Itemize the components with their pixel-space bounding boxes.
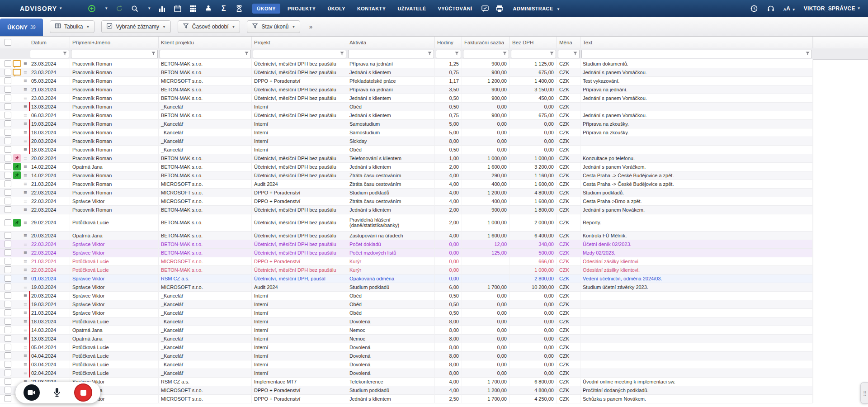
row-menu-cell[interactable]: ≡ — [22, 351, 29, 360]
row-checkbox[interactable] — [5, 395, 11, 402]
table-row[interactable]: ≡21.03.2024Pracovník RomanMICROSOFT s.r.… — [0, 180, 813, 188]
row-menu-cell[interactable]: ≡ — [22, 137, 29, 146]
column-header-bez-dph[interactable]: Bez DPH — [510, 36, 557, 48]
history-icon[interactable] — [750, 4, 759, 13]
row-menu-cell[interactable]: ≡ — [22, 326, 29, 335]
stamp-icon[interactable] — [204, 4, 212, 13]
funnel-icon[interactable] — [573, 50, 578, 58]
menu-item-administrace[interactable]: ADMINISTRACE ▼ — [508, 4, 565, 14]
row-checkbox[interactable] — [5, 369, 11, 376]
menu-item-vy-tov-n-[interactable]: VYÚČTOVÁNÍ — [434, 4, 477, 14]
funnel-icon[interactable] — [549, 50, 554, 58]
column-header-projekt[interactable]: Projekt — [252, 36, 347, 48]
comment-icon[interactable] — [13, 60, 21, 67]
filter-input-faktura-n-sazba[interactable] — [463, 50, 509, 58]
row-menu-cell[interactable]: ≡ — [22, 68, 29, 77]
row-checkbox[interactable] — [5, 189, 11, 196]
table-row[interactable]: ≡13.03.2024Opatrná Jana_KancelářInterníN… — [0, 334, 813, 343]
row-menu-cell[interactable]: ≡ — [22, 265, 29, 274]
table-row[interactable]: ≡22.03.2024Pracovník RomanBETON-MAK s.r.… — [0, 205, 813, 214]
row-menu-icon[interactable]: ≡ — [24, 104, 27, 109]
video-camera-button[interactable] — [24, 384, 40, 401]
row-menu-cell[interactable]: ≡ — [22, 360, 29, 369]
hourglass-icon[interactable] — [235, 4, 243, 13]
stop-record-button[interactable] — [74, 383, 92, 402]
filter-input-projekt[interactable] — [253, 50, 346, 58]
funnel-icon[interactable] — [340, 50, 344, 58]
row-checkbox[interactable] — [5, 95, 11, 101]
table-row[interactable]: ≡14.03.2024Opatrná Jana_KancelářInterníN… — [0, 326, 813, 334]
row-checkbox[interactable] — [5, 146, 11, 153]
user-menu[interactable]: VIKTOR_SPRÁVCE ▼ — [804, 5, 861, 12]
row-menu-icon[interactable]: ≡ — [24, 95, 27, 101]
row-menu-cell[interactable]: ≡ — [22, 85, 29, 94]
row-checkbox[interactable] — [5, 120, 11, 127]
row-menu-cell[interactable]: ≡ — [22, 283, 29, 292]
column-header-text[interactable]: Text — [580, 36, 813, 48]
row-menu-icon[interactable]: ≡ — [24, 112, 27, 118]
row-menu-icon[interactable]: ≡ — [24, 284, 27, 290]
column-header-hodiny[interactable]: Hodiny — [435, 36, 462, 48]
filter-input-klient-projektu[interactable] — [160, 50, 251, 58]
row-menu-icon[interactable]: ≡ — [24, 207, 27, 213]
row-checkbox[interactable] — [5, 137, 11, 144]
table-row[interactable]: ≡23.03.2024Pracovník RomanBETON-MAK s.r.… — [0, 59, 813, 68]
table-row[interactable]: ≡18.03.2024Pracovník Roman_KancelářInter… — [0, 145, 813, 154]
row-menu-cell[interactable]: ≡ — [22, 119, 29, 128]
table-row[interactable]: ≡21.03.2024Pracovník RomanBETON-MAK s.r.… — [0, 85, 813, 94]
filter-input-hodiny[interactable] — [436, 50, 461, 58]
row-menu-icon[interactable]: ≡ — [24, 172, 27, 178]
row-menu-icon[interactable]: ≡ — [24, 86, 27, 92]
row-checkbox[interactable] — [5, 206, 11, 213]
row-menu-icon[interactable]: ≡ — [24, 336, 27, 341]
table-row[interactable]: ≡13.03.2024Pracovník Roman_KancelářInter… — [0, 102, 813, 111]
table-row[interactable]: ≡21.03.2024Potůčková LucieMICROSOFT s.r.… — [0, 257, 813, 265]
drag-handle[interactable]: ⣿ — [860, 382, 868, 404]
table-row[interactable]: ≡06.03.2024Pracovník RomanBETON-MAK s.r.… — [0, 111, 813, 119]
column-header-datum[interactable]: Datum — [29, 36, 70, 48]
row-checkbox[interactable] — [5, 163, 11, 170]
table-row[interactable]: ≡18.03.2024Potůčková Lucie_KancelářInter… — [0, 317, 813, 326]
filter-input-bez-dph[interactable] — [511, 50, 556, 58]
row-checkbox[interactable] — [5, 232, 11, 239]
row-menu-icon[interactable]: ≡ — [24, 232, 27, 238]
table-row[interactable]: ≡04.04.2024Potůčková Lucie_KancelářInter… — [0, 351, 813, 360]
row-menu-icon[interactable]: ≡ — [24, 267, 27, 273]
menu-item--kony[interactable]: ÚKONY — [252, 4, 280, 14]
funnel-icon[interactable] — [427, 50, 432, 58]
table-row[interactable]: ≡14.02.2024Pracovník RomanBETON-MAK s.r.… — [0, 171, 813, 180]
row-checkbox[interactable] — [5, 309, 11, 316]
select-all-checkbox[interactable] — [5, 39, 11, 46]
recording-widget[interactable] — [15, 382, 100, 403]
table-row[interactable]: ≡05.04.2024Potůčková Lucie_KancelářInter… — [0, 343, 813, 351]
row-checkbox[interactable] — [5, 69, 11, 76]
filter-input-aktivita[interactable] — [348, 50, 434, 58]
row-menu-cell[interactable]: ≡ — [22, 240, 29, 249]
row-menu-cell[interactable]: ≡ — [22, 197, 29, 206]
row-menu-icon[interactable]: ≡ — [24, 121, 27, 127]
chat-icon[interactable] — [481, 4, 490, 13]
row-menu-cell[interactable]: ≡ — [22, 154, 29, 163]
row-menu-icon[interactable]: ≡ — [24, 275, 27, 281]
row-menu-cell[interactable]: ≡ — [22, 171, 29, 180]
table-row[interactable]: ≡20.03.2024Správce Viktor_KancelářIntern… — [0, 291, 813, 300]
row-menu-icon[interactable]: ≡ — [24, 353, 27, 359]
row-menu-cell[interactable]: ≡ — [22, 343, 29, 352]
row-menu-cell[interactable]: ≡ — [22, 205, 29, 214]
pin-icon[interactable] — [13, 219, 21, 227]
row-checkbox[interactable] — [5, 112, 11, 118]
table-row[interactable]: ≡20.03.2024Pracovník Roman_KancelářInter… — [0, 137, 813, 145]
row-checkbox[interactable] — [5, 77, 11, 84]
row-menu-cell[interactable]: ≡ — [22, 369, 29, 378]
row-checkbox[interactable] — [5, 86, 11, 93]
row-menu-cell[interactable]: ≡ — [22, 334, 29, 343]
funnel-icon[interactable] — [244, 50, 249, 58]
row-checkbox[interactable] — [5, 198, 11, 204]
calendar-icon[interactable] — [173, 4, 182, 13]
row-menu-icon[interactable]: ≡ — [24, 155, 27, 161]
row-checkbox[interactable] — [5, 292, 11, 299]
sum-icon[interactable]: Σ — [219, 4, 228, 13]
printer-icon[interactable] — [495, 4, 504, 13]
row-checkbox[interactable] — [5, 318, 11, 325]
add-icon[interactable] — [87, 4, 96, 13]
